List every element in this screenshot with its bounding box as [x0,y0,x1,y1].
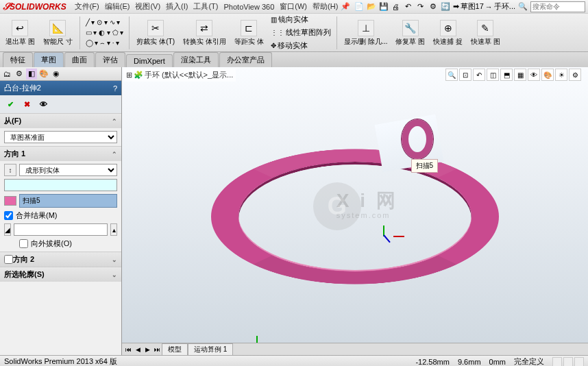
rebuild-icon[interactable]: 🔄 [441,2,450,12]
search-input[interactable] [530,1,585,12]
status-state: 完全定义 [514,356,544,366]
dir1-selected-body[interactable]: 扫描5 [19,194,117,208]
linear-pattern-button[interactable]: ⋮⋮ 线性草图阵列 [269,27,332,38]
preview-button[interactable]: 👁 [37,98,49,110]
tab-surface[interactable]: 曲面 [64,52,95,67]
redo-icon[interactable]: ↷ [416,2,426,12]
tab-model[interactable]: 模型 [162,343,188,356]
tab-last-icon[interactable]: ⏭ [152,346,162,353]
breadcrumb: ➡ 草图17 → 手环... [453,1,515,12]
outward-checkbox[interactable] [19,239,28,248]
tab-next-icon[interactable]: ▶ [143,346,152,353]
tab-evaluate[interactable]: 评估 [95,52,125,67]
display-style-icon[interactable]: ▦ [514,69,526,81]
menu-edit[interactable]: 编辑(E) [102,0,133,13]
convert-button[interactable]: ⇄转换实 体引用 [180,19,229,47]
view-settings-icon[interactable]: ⚙ [569,69,581,81]
status-icon-3[interactable] [574,357,584,367]
repair-button[interactable]: 🔧修复草 图 [393,19,428,47]
print-icon[interactable]: 🖨 [391,2,401,12]
menu-file[interactable]: 文件(F) [72,0,102,13]
appearance-vp-icon[interactable]: 🎨 [541,69,554,81]
quick-snap-button[interactable]: ⊕快速捕 捉 [430,19,465,47]
hide-show-icon[interactable]: 👁 [528,69,540,81]
viewport-tree[interactable]: ⊞ 🧩 手环 (默认<<默认>_显示... [123,69,236,82]
draft-icon[interactable]: ◢ [4,223,11,236]
breadcrumb-item[interactable]: 手环... [494,1,515,12]
smart-dim-button[interactable]: 📐智能尺 寸 [40,19,75,47]
contours-header[interactable]: 所选轮廓(S)⌄ [0,267,121,282]
merge-checkbox[interactable] [4,211,13,220]
help-icon[interactable]: ? [113,84,117,93]
draft-input[interactable] [14,223,108,236]
dir1-type-select[interactable]: 成形到实体 [19,164,117,176]
part-icon: 🧩 [134,71,143,80]
section-icon[interactable]: ◫ [487,69,499,81]
search-icon[interactable]: 🔍 [518,2,528,12]
dir1-vector-input[interactable] [4,179,117,191]
options-icon[interactable]: ⚙ [428,2,438,12]
sketch-tools-group: ╱ ▾ ⊙ ▾ ∿ ▾ ▭ ▾ ◐ ▾ ⬠ ▾ ◯ ▾ ⌢ ▾ · ▾ [84,18,125,48]
cancel-button[interactable]: ✖ [21,98,33,110]
pin-icon[interactable]: 📌 [341,2,350,12]
tab-motion[interactable]: 运动算例 1 [188,343,233,356]
tab-first-icon[interactable]: ⏮ [123,346,133,353]
tab-office[interactable]: 办公室产品 [219,52,272,67]
menu-tools[interactable]: 工具(T) [191,0,221,13]
tab-render[interactable]: 渲染工具 [173,52,219,67]
new-icon[interactable]: 📄 [354,2,364,12]
menu-window[interactable]: 窗口(W) [277,0,310,13]
prev-view-icon[interactable]: ↶ [473,69,485,81]
dir2-checkbox[interactable] [4,255,13,264]
menu-help[interactable]: 帮助(H) [310,0,341,13]
tab-sketch[interactable]: 草图 [34,52,64,67]
from-header[interactable]: 从(F)⌃ [0,114,121,128]
chevron-up-icon: ⌃ [112,118,117,125]
tab-prev-icon[interactable]: ◀ [133,346,143,353]
status-x: -12.58mm [415,358,450,366]
zoom-fit-icon[interactable]: 🔍 [445,69,458,81]
offset-button[interactable]: ⊏等距实 体 [232,19,267,47]
property-icon[interactable]: ◧ [26,69,37,80]
spinner-up-icon[interactable]: ▴ [110,223,117,236]
exit-sketch-button[interactable]: ↩退出草 图 [3,19,38,47]
undo-icon[interactable]: ↶ [404,2,413,12]
selection-callout[interactable]: 扫描5 [411,159,439,173]
line-tool[interactable]: ╱ ▾ ⊙ ▾ ∿ ▾ [84,18,125,27]
display-delete-button[interactable]: ⊥显示/删 除几... [341,19,391,47]
breadcrumb-item[interactable]: 草图17 [461,1,484,12]
dir1-header[interactable]: 方向 1⌃ [0,147,121,161]
scene-icon[interactable]: ☀ [555,69,567,81]
from-plane-select[interactable]: 草图基准面 [4,131,117,143]
status-icon-2[interactable] [563,357,573,367]
model-clasp[interactable] [402,119,433,159]
mirror-button[interactable]: ▥ 镜向实体 [269,14,332,25]
decals-icon[interactable]: ◉ [51,69,62,80]
move-button[interactable]: ✥ 移动实体 [269,40,332,51]
rapid-sketch-button[interactable]: ✎快速草 图 [468,19,503,47]
feature-tree-icon[interactable]: 🗂 [1,69,12,80]
open-icon[interactable]: 📂 [367,2,376,12]
menu-photoview[interactable]: PhotoView 360 [221,1,278,12]
config-icon[interactable]: ⚙ [14,69,25,80]
view-orient-icon[interactable]: ⬒ [500,69,513,81]
tab-dimxpert[interactable]: DimXpert [126,54,173,67]
chevron-down-icon: ⌄ [112,256,117,263]
tab-feature[interactable]: 特征 [3,52,33,67]
reverse-dir-icon[interactable]: ↕ [4,164,16,176]
dir2-header[interactable]: 方向 2⌄ [0,252,121,267]
status-y: 9.6mm [458,358,481,366]
status-icon-1[interactable] [552,357,562,367]
menu-insert[interactable]: 插入(I) [163,0,191,13]
expand-icon[interactable]: ⊞ [126,71,132,80]
save-icon[interactable]: 💾 [379,2,389,12]
circle-tool[interactable]: ◯ ▾ ⌢ ▾ · ▾ [84,38,125,48]
rect-tool[interactable]: ▭ ▾ ◐ ▾ ⬠ ▾ [84,28,125,37]
viewport[interactable]: ⊞ 🧩 手环 (默认<<默认>_显示... 🔍 ⊡ ↶ ◫ ⬒ ▦ 👁 🎨 ☀ … [122,67,588,355]
appearance-icon[interactable]: 🎨 [38,69,49,80]
ok-button[interactable]: ✔ [4,98,16,110]
zoom-area-icon[interactable]: ⊡ [459,69,471,81]
watermark-sub: system.com [336,211,391,219]
menu-view[interactable]: 视图(V) [132,0,163,13]
trim-button[interactable]: ✂剪裁实 体(T) [134,19,177,47]
